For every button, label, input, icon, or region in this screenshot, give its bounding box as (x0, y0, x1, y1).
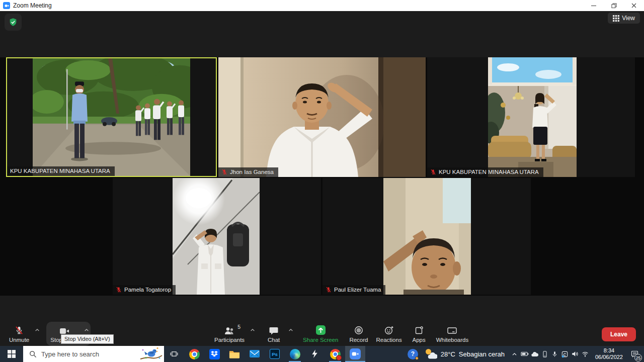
participants-label: Participants (214, 337, 245, 343)
leave-button[interactable]: Leave (602, 327, 636, 341)
help-notification-dot (415, 356, 419, 360)
mic-muted-icon (221, 169, 227, 175)
taskbar-clock[interactable]: 8:34 06/06/2022 (590, 347, 627, 360)
participant-name-tag: Jhon Ias Ganesa (218, 167, 278, 177)
task-view-button[interactable] (164, 346, 184, 362)
taskbar-app-file-explorer[interactable] (224, 346, 245, 362)
participants-icon: 5 (224, 325, 235, 335)
onedrive-cloud-icon[interactable] (530, 346, 540, 362)
tray-mic-icon[interactable] (550, 346, 560, 362)
windows-taskbar: Ps ? (0, 346, 644, 362)
taskbar-app-lightning[interactable] (305, 346, 325, 362)
help-app-icon[interactable]: ? (408, 349, 418, 359)
dropbox-icon (209, 349, 220, 359)
title-bar: Zoom Meeting (0, 0, 644, 11)
share-screen-button[interactable]: Share Screen (299, 322, 342, 346)
wifi-icon[interactable] (580, 346, 590, 362)
meeting-area: View (0, 11, 644, 346)
photoshop-label: Ps (272, 351, 278, 357)
view-label: View (622, 15, 635, 22)
unmute-button[interactable]: Unmute (5, 322, 33, 346)
video-tile-pamela[interactable]: Pamela Togatorop (113, 178, 321, 295)
zoom-meeting-window: Zoom Meeting View (0, 0, 644, 362)
video-man-closeup (383, 178, 471, 295)
share-screen-label: Share Screen (303, 337, 338, 343)
record-label: Record (349, 337, 368, 343)
taskbar-app-dropbox[interactable] (204, 346, 224, 362)
taskbar-app-zoom[interactable] (345, 346, 365, 362)
file-explorer-icon (229, 349, 240, 358)
chat-caret[interactable] (287, 314, 295, 346)
clock-time: 8:34 (595, 347, 623, 354)
taskbar-weather[interactable]: 28°C Sebagian cerah (422, 346, 510, 362)
chevron-up-icon (84, 328, 89, 332)
close-button[interactable] (624, 0, 644, 11)
chevron-up-icon (288, 328, 293, 332)
participant-name: Paul Elizer Tuama (334, 287, 381, 293)
participants-caret[interactable] (249, 314, 257, 346)
participant-name: Pamela Togatorop (124, 287, 171, 293)
zoom-logo-icon (3, 2, 10, 9)
meeting-toolbar: Unmute Stop Video (0, 322, 644, 346)
participants-button[interactable]: 5 Participants (210, 322, 249, 346)
chat-button[interactable]: Chat (261, 322, 287, 346)
video-man-saluting (218, 57, 426, 177)
share-screen-icon (316, 325, 326, 335)
action-center-button[interactable]: 25 (627, 346, 642, 362)
taskbar-app-edge[interactable] (285, 346, 305, 362)
restore-button[interactable] (604, 0, 624, 11)
chat-bubble-icon (269, 325, 278, 335)
mic-muted-icon (116, 287, 122, 293)
whiteboards-button[interactable]: Whiteboards (432, 322, 473, 346)
record-button[interactable]: Record (345, 322, 372, 346)
participant-name-tag: Paul Elizer Tuama (323, 285, 385, 295)
taskbar-app-chrome[interactable] (184, 346, 204, 362)
chrome-profile-badge (336, 355, 342, 360)
taskbar-app-mail[interactable] (245, 346, 265, 362)
video-content (383, 178, 471, 295)
help-glyph: ? (411, 350, 415, 357)
chat-label: Chat (268, 337, 280, 343)
chevron-up-icon (250, 328, 255, 332)
speaker-icon[interactable] (570, 346, 580, 362)
toolbar-center: 5 Participants Chat (210, 322, 472, 346)
phone-link-icon[interactable] (540, 346, 550, 362)
apps-button[interactable]: Apps (406, 322, 432, 346)
unmute-options-caret[interactable] (33, 314, 41, 346)
minimize-button[interactable] (584, 0, 604, 11)
video-camera-icon (59, 325, 69, 335)
photoshop-icon: Ps (270, 349, 280, 359)
tray-chevron-up-icon[interactable] (510, 346, 520, 362)
taskbar-app-photoshop[interactable]: Ps (265, 346, 285, 362)
video-woman-ceiling (173, 178, 260, 295)
whiteboard-icon (447, 325, 457, 335)
mic-muted-icon (430, 169, 436, 175)
window-title: Zoom Meeting (13, 2, 52, 9)
search-input[interactable] (41, 350, 124, 358)
meeting-security-button[interactable] (5, 14, 22, 31)
whiteboards-label: Whiteboards (436, 337, 469, 343)
mic-muted-icon (326, 287, 332, 293)
start-button[interactable] (0, 346, 23, 362)
system-tray: ? 28°C Sebagian cerah (404, 346, 644, 362)
taskbar-search (23, 346, 164, 362)
battery-icon[interactable] (520, 346, 530, 362)
view-button[interactable]: View (608, 13, 640, 24)
chevron-up-icon (35, 328, 40, 332)
grid-view-icon (613, 15, 619, 22)
participant-name-tag: Pamela Togatorop (113, 285, 176, 295)
video-tile-kpu-1[interactable]: KPU KABUPATEN MINAHASA UTARA (6, 57, 217, 177)
taskbar-app-chrome-profile[interactable] (325, 346, 345, 362)
search-highlight-bird-icon[interactable] (139, 346, 163, 362)
video-tile-paul[interactable]: Paul Elizer Tuama (323, 178, 531, 295)
video-tile-kpu-2[interactable]: KPU KABUPATEN MINAHASA UTARA (427, 57, 635, 177)
tray-app-icon[interactable] (560, 346, 570, 362)
participant-name: KPU KABUPATEN MINAHASA UTARA (439, 169, 539, 175)
reactions-label: Reactions (376, 337, 402, 343)
reactions-button[interactable]: Reactions (372, 322, 406, 346)
chrome-icon (189, 349, 200, 359)
participants-count: 5 (237, 324, 240, 330)
video-tile-jhon[interactable]: Jhon Ias Ganesa (218, 57, 426, 177)
lightning-icon (311, 349, 318, 359)
video-content (488, 57, 577, 177)
